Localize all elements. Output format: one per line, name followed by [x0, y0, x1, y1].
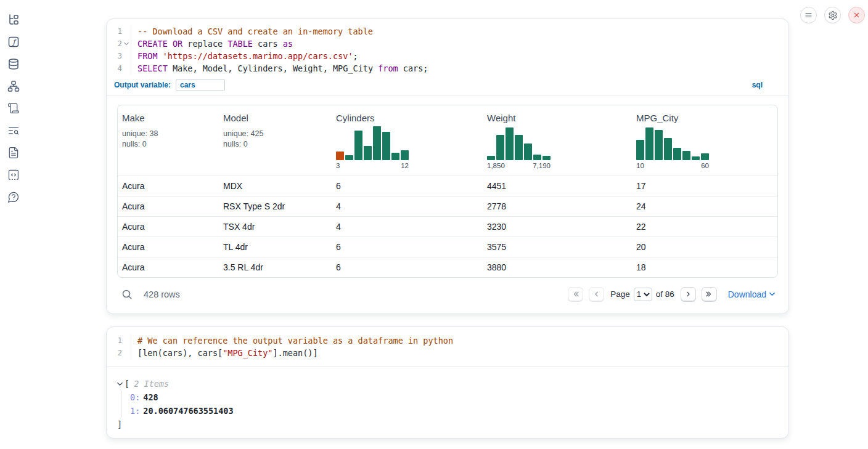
cell-mpg-city: 24: [632, 201, 777, 211]
histogram-bar: [391, 153, 399, 160]
next-page-button[interactable]: [681, 287, 696, 301]
cell-weight: 3230: [483, 222, 632, 232]
column-header-mpg-city[interactable]: MPG_City: [636, 113, 777, 123]
cell-make: Acura: [118, 262, 219, 272]
histogram-bar: [692, 156, 700, 160]
histogram-bar: [542, 156, 551, 160]
shutdown-button[interactable]: [848, 7, 865, 23]
column-header-weight[interactable]: Weight: [487, 113, 632, 123]
left-sidebar: ƒ: [0, 0, 27, 449]
line-number: 4: [108, 62, 122, 75]
histogram-min-label: 3: [336, 162, 340, 169]
fold-chevron-icon[interactable]: [122, 38, 131, 50]
cell-make: Acura: [118, 242, 219, 252]
logs-search-icon[interactable]: [7, 124, 20, 137]
cell-weight: 2778: [483, 201, 632, 211]
cell-model: TSX 4dr: [219, 222, 332, 232]
database-icon[interactable]: [7, 58, 20, 70]
cell-cylinders: 4: [332, 201, 483, 211]
cell-cylinders: 6: [332, 242, 483, 252]
item-index: 0: [130, 392, 135, 402]
table-row: Acura MDX 6 4451 17: [118, 176, 777, 196]
settings-button[interactable]: [824, 7, 841, 23]
column-stat: nulls: 0: [223, 139, 332, 150]
item-value: 428: [143, 392, 158, 402]
code-line: 1 # We can reference the output variable…: [107, 334, 788, 347]
list-item: 1:20.060747663551403: [130, 404, 776, 418]
function-square-icon[interactable]: ƒ: [7, 36, 20, 48]
line-number: 2: [108, 347, 122, 359]
column-stat: nulls: 0: [122, 139, 219, 150]
page-select[interactable]: 1: [634, 288, 652, 301]
code-text: # We can reference the output variable a…: [131, 334, 453, 347]
menu-icon: [804, 10, 813, 20]
table-row: Acura RSX Type S 2dr 4 2778 24: [118, 196, 777, 216]
bracket-open: [: [125, 379, 129, 389]
language-badge[interactable]: sql: [752, 81, 763, 89]
output-variable-row: Output variable: sql: [107, 75, 788, 95]
collapse-chevron-icon[interactable]: [117, 382, 125, 386]
menu-button[interactable]: [800, 7, 817, 23]
histogram-bar: [636, 140, 644, 160]
cell-model: 3.5 RL 4dr: [219, 262, 332, 272]
search-button[interactable]: [121, 289, 133, 300]
table-row: Acura TSX 4dr 4 3230 22: [118, 216, 777, 237]
dependency-graph-icon[interactable]: [7, 80, 20, 92]
snippets-code-icon[interactable]: [7, 169, 20, 181]
column-stat: unique: 425: [223, 129, 332, 139]
histogram-bar: [533, 155, 541, 160]
search-icon: [121, 289, 133, 300]
cylinders-histogram: 3 12: [336, 126, 409, 169]
last-page-button[interactable]: [702, 287, 717, 301]
histogram-bar: [364, 146, 372, 160]
output-variable-input[interactable]: [176, 79, 225, 91]
item-value: 20.060747663551403: [143, 406, 233, 416]
python-cell: 1 # We can reference the output variable…: [106, 326, 789, 439]
help-icon[interactable]: [7, 191, 20, 203]
file-tree-icon[interactable]: [7, 14, 20, 26]
sql-code-editor[interactable]: 1 -- Download a CSV and create an in-mem…: [107, 19, 788, 75]
table-row: Acura 3.5 RL 4dr 6 3880 18: [118, 257, 777, 277]
scroll-icon[interactable]: [7, 102, 20, 115]
bracket-close: ]: [117, 418, 776, 431]
histogram-bar: [655, 130, 663, 161]
column-header-model[interactable]: Model: [223, 113, 332, 123]
histogram-max-label: 7,190: [533, 162, 551, 169]
table-row: Acura TL 4dr 6 3575 20: [118, 237, 777, 257]
cell-weight: 3880: [483, 262, 632, 272]
code-text: SELECT Make, Model, Cylinders, Weight, M…: [131, 62, 428, 75]
cell-cylinders: 6: [332, 262, 483, 272]
page-label: Page: [610, 289, 630, 299]
close-icon: [853, 11, 861, 19]
column-header-make[interactable]: Make: [122, 113, 219, 123]
document-icon[interactable]: [7, 147, 20, 159]
data-table: Make unique: 38 nulls: 0 Model unique: 4…: [117, 105, 778, 278]
histogram-bar: [524, 144, 532, 161]
first-page-button[interactable]: [568, 287, 583, 301]
previous-page-button[interactable]: [589, 287, 604, 301]
table-footer: 428 rows Page 1 of 86 Download: [107, 278, 788, 313]
column-stat: unique: 38: [122, 129, 219, 139]
cell-weight: 4451: [483, 181, 632, 191]
code-line: 2 CREATE OR replace TABLE cars as: [107, 38, 788, 50]
cell-mpg-city: 20: [632, 242, 777, 252]
code-line: 3 FROM 'https://datasets.marimo.app/cars…: [107, 50, 788, 62]
download-button[interactable]: Download: [728, 289, 775, 299]
code-text: CREATE OR replace TABLE cars as: [131, 38, 293, 50]
histogram-min-label: 1,850: [487, 162, 505, 169]
cell-cylinders: 4: [332, 222, 483, 232]
histogram-bar: [382, 132, 390, 160]
weight-histogram: 1,850 7,190: [487, 126, 551, 169]
sql-cell: 1 -- Download a CSV and create an in-mem…: [106, 18, 789, 314]
cell-model: MDX: [219, 181, 332, 191]
row-count: 428 rows: [144, 289, 180, 299]
python-code-editor[interactable]: 1 # We can reference the output variable…: [107, 327, 788, 366]
cell-mpg-city: 22: [632, 222, 777, 232]
code-line: 2 [len(cars), cars["MPG_City"].mean()]: [107, 347, 788, 359]
svg-text:ƒ: ƒ: [11, 38, 17, 46]
chevron-right-icon: [684, 290, 692, 298]
histogram-bar: [682, 151, 690, 160]
cell-mpg-city: 18: [632, 262, 777, 272]
items-count: 2 Items: [134, 379, 169, 389]
column-header-cylinders[interactable]: Cylinders: [336, 113, 483, 123]
